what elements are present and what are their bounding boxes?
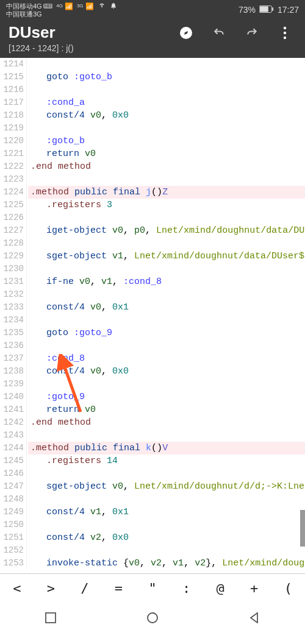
code-line[interactable] [28,83,305,96]
net2-label: 3G [77,4,84,9]
code-line[interactable] [28,173,305,186]
symbol-key[interactable]: > [34,581,68,596]
symbol-key[interactable]: : [170,581,204,596]
code-line[interactable]: :goto_b [28,135,305,147]
code-editor[interactable]: 1214121512161217121812191220122112221223… [0,58,305,573]
line-number: 1252 [0,544,24,557]
code-line[interactable]: :goto_9 [28,391,305,403]
line-number: 1226 [0,211,24,224]
battery-icon [259,5,274,15]
code-line[interactable] [28,237,305,250]
code-line[interactable] [28,378,305,391]
back-button[interactable] [247,610,262,625]
code-line[interactable]: if-ne v0, v1, :cond_8 [28,275,305,288]
code-line[interactable]: const/4 v0, 0x0 [28,365,305,378]
code-line[interactable]: goto :goto_b [28,71,305,83]
code-line[interactable] [28,518,305,531]
status-right: 73% 17:27 [239,5,299,15]
signal1-icon: 📶 [65,2,73,10]
line-number: 1246 [0,467,24,480]
code-area[interactable]: goto :goto_b:cond_aconst/4 v0, 0x0:goto_… [28,58,305,570]
code-line[interactable]: sget-object v0, Lnet/xmind/doughnut/d/d;… [28,480,305,493]
line-number: 1234 [0,314,24,327]
line-number: 1225 [0,199,24,211]
system-nav-bar [0,603,305,633]
line-number: 1231 [0,275,24,288]
app-toolbar: DUser [1224 - 1242] : j() [0,19,305,58]
line-number: 1221 [0,147,24,160]
code-line[interactable]: .registers 14 [28,455,305,467]
line-number: 1239 [0,378,24,391]
code-line[interactable] [28,544,305,557]
symbol-key[interactable]: = [102,581,136,596]
code-line[interactable]: .end method [28,160,305,173]
undo-icon[interactable] [211,25,227,41]
code-line[interactable]: const/4 v2, 0x0 [28,531,305,544]
line-number: 1235 [0,327,24,339]
line-number: 1233 [0,301,24,314]
line-number: 1220 [0,135,24,147]
recent-apps-button[interactable] [43,610,58,625]
line-number: 1223 [0,173,24,186]
overflow-menu-icon[interactable] [277,25,293,41]
code-line[interactable] [28,493,305,506]
carrier1-label: 中国移动4G [6,2,42,10]
status-carriers: 中国移动4G HD 4G 📶 3G 📶 中国联通3G [6,2,117,18]
battery-pct: 73% [239,5,256,15]
symbol-key[interactable]: ( [271,581,306,596]
symbol-key[interactable]: " [135,581,170,596]
redo-icon[interactable] [244,25,260,41]
code-line[interactable]: goto :goto_9 [28,327,305,339]
code-line[interactable]: const/4 v0, 0x0 [28,109,305,122]
code-line[interactable] [28,122,305,135]
line-number: 1230 [0,263,24,275]
code-line[interactable] [28,211,305,224]
line-number: 1250 [0,518,24,531]
code-line[interactable] [28,429,305,442]
code-line[interactable]: const/4 v0, 0x1 [28,301,305,314]
code-line[interactable]: .method public final k()V [28,442,305,455]
code-line[interactable] [28,58,305,71]
code-line[interactable]: .method public final j()Z [28,186,305,199]
line-number: 1242 [0,416,24,429]
code-line[interactable]: iget-object v0, p0, Lnet/xmind/doughnut/… [28,224,305,237]
code-line[interactable] [28,314,305,327]
code-line[interactable] [28,339,305,352]
compass-icon[interactable] [178,25,194,41]
symbol-key[interactable]: @ [203,581,237,596]
svg-point-6 [284,36,286,38]
code-line[interactable] [28,288,305,301]
code-line[interactable] [28,467,305,480]
code-line[interactable]: sget-object v1, Lnet/xmind/doughnut/data… [28,250,305,263]
page-subtitle: [1224 - 1242] : j() [9,43,296,53]
line-number: 1217 [0,96,24,109]
line-number: 1237 [0,352,24,365]
line-number: 1227 [0,224,24,237]
symbol-key[interactable]: / [68,581,102,596]
code-line[interactable]: :cond_8 [28,352,305,365]
code-line[interactable]: .end method [28,416,305,429]
symbol-key[interactable]: + [237,581,271,596]
code-line[interactable] [28,263,305,275]
line-number: 1241 [0,403,24,416]
home-button[interactable] [145,610,160,625]
code-line[interactable]: return v0 [28,147,305,160]
code-line[interactable]: :cond_a [28,96,305,109]
bell-icon [110,2,117,10]
line-number: 1219 [0,122,24,135]
svg-point-9 [148,613,157,623]
code-line[interactable]: const/4 v1, 0x1 [28,506,305,518]
code-line[interactable]: return v0 [28,403,305,416]
line-number: 1229 [0,250,24,263]
line-number: 1243 [0,429,24,442]
carrier1-badge: HD [43,4,53,9]
line-number: 1222 [0,160,24,173]
code-line[interactable]: .registers 3 [28,199,305,211]
line-number: 1214 [0,58,24,71]
code-line[interactable]: invoke-static {v0, v2, v1, v2}, Lnet/xmi… [28,557,305,570]
line-number: 1253 [0,557,24,570]
scrollbar-thumb[interactable] [300,510,305,547]
line-number: 1245 [0,455,24,467]
line-gutter: 1214121512161217121812191220122112221223… [0,58,27,570]
symbol-key[interactable]: < [0,581,34,596]
